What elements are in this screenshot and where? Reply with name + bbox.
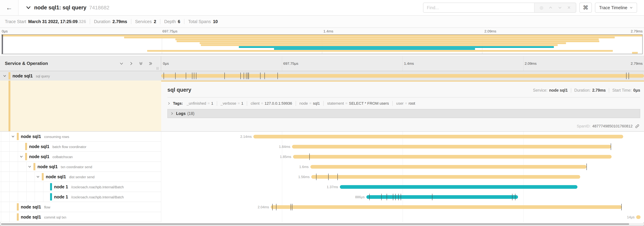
chevron-down-icon[interactable] (3, 74, 6, 78)
jaeger-trace-view: ← node sql1: sql query7418682 ◎ ✕ ⌘ (0, 0, 644, 226)
tree-guide-line (10, 172, 10, 181)
timeline-ruler: 0μs697.75μs1.4ms2.09ms2.79ms (161, 56, 644, 71)
span-bar[interactable] (340, 185, 578, 189)
span-name-cell[interactable]: node sql1txn coordinator send (0, 162, 161, 172)
minimap-span[interactable] (239, 46, 554, 48)
minimap-span[interactable] (2, 35, 642, 37)
span-row[interactable]: node sql1dist sender send1.56ms (0, 172, 644, 182)
log-tick (626, 73, 626, 79)
span-row[interactable]: node sql1flow2.04ms (0, 202, 644, 212)
operation-name: consuming rows (44, 135, 69, 139)
tags-accordion[interactable]: Tags: _unfinished=1_verbose=1client=127.… (168, 101, 640, 106)
span-bar[interactable] (253, 135, 623, 138)
shortcuts-button[interactable]: ⌘ (579, 3, 592, 13)
chevron-down-icon[interactable] (558, 6, 562, 10)
service-name: node 1 (54, 184, 68, 189)
span-color-accent (17, 133, 19, 140)
span-row[interactable]: node sql1txn coordinator send1.6ms (0, 162, 644, 172)
scrollbar-thumb[interactable] (1, 223, 629, 225)
span-bar[interactable] (161, 74, 644, 78)
expand-all-icon[interactable] (148, 61, 153, 66)
span-name: node 1/cockroach.roachpb.Internal/Batch (54, 194, 124, 199)
operation-name: batch flow coordinator (52, 145, 86, 149)
span-row[interactable]: node sql1commit sql txn14μs (0, 212, 644, 222)
span-bar[interactable] (636, 215, 640, 219)
back-button[interactable]: ← (0, 0, 18, 15)
minimap-span[interactable] (176, 39, 599, 40)
log-tick (276, 204, 276, 210)
span-bar[interactable] (293, 155, 612, 159)
span-timeline-cell[interactable]: 2.04ms (161, 202, 644, 212)
log-tick (369, 194, 370, 200)
log-tick (401, 194, 401, 200)
chevron-down-icon[interactable] (11, 135, 15, 138)
minimap-span[interactable] (200, 42, 566, 44)
minimap-span[interactable] (147, 50, 613, 52)
tree-guide-line (26, 182, 26, 192)
minimap-left-handle[interactable] (2, 35, 3, 54)
find-nav: ◎ ✕ (534, 3, 576, 12)
span-name-cell[interactable]: node sql1flow (0, 202, 161, 212)
clear-search-icon[interactable]: ✕ (567, 5, 571, 10)
chevron-down-icon[interactable] (28, 165, 32, 168)
span-timeline-cell[interactable]: 14μs (161, 212, 644, 222)
span-row[interactable]: node sql1consuming rows2.14ms (0, 132, 644, 142)
detail-meta-label: Service: (533, 88, 547, 93)
minimap-axis-label: 2.79ms (631, 29, 642, 33)
summary-value: 10 (213, 19, 218, 24)
find-input[interactable] (424, 3, 534, 12)
minimap-canvas[interactable] (2, 34, 642, 54)
log-tick (316, 174, 316, 180)
collapse-trace-chevron-icon[interactable] (26, 5, 31, 10)
service-operation-header: Service & Operation (0, 56, 161, 71)
collapse-all-icon[interactable] (139, 61, 143, 66)
span-row[interactable]: node sql1sql query (0, 71, 644, 81)
minimap-span[interactable] (201, 44, 558, 46)
span-row[interactable]: node 1/cockroach.roachpb.Internal/Batch1… (0, 182, 644, 192)
span-bar[interactable] (366, 195, 518, 199)
span-timeline-cell[interactable] (161, 71, 644, 81)
duration-label: 1.37ms (327, 185, 338, 189)
span-timeline-cell[interactable]: 886μs (161, 192, 644, 202)
expand-one-icon[interactable] (129, 61, 134, 66)
service-name: node sql1 (38, 164, 58, 169)
link-icon[interactable] (635, 124, 640, 128)
span-timeline-cell[interactable]: 1.6ms (161, 162, 644, 172)
span-name-cell[interactable]: node 1/cockroach.roachpb.Internal/Batch (0, 182, 161, 192)
span-timeline-cell[interactable]: 2.14ms (161, 132, 644, 142)
span-bar[interactable] (292, 145, 611, 149)
span-row[interactable]: node sql1batch flow coordinator1.84ms (0, 142, 644, 152)
span-color-accent (8, 72, 10, 80)
span-timeline-cell[interactable]: 1.37ms (161, 182, 644, 192)
span-name-cell[interactable]: node sql1batch flow coordinator (0, 142, 161, 152)
minimap-span[interactable] (124, 37, 615, 38)
span-name-cell[interactable]: node sql1commit sql txn (0, 212, 161, 222)
minimap-span[interactable] (176, 41, 599, 42)
span-bar[interactable] (311, 175, 580, 179)
span-name-cell[interactable]: node sql1sql query (0, 71, 161, 81)
span-name-cell[interactable]: node sql1colbatchscan (0, 152, 161, 162)
span-row[interactable]: node sql1colbatchscan1.85ms (0, 152, 644, 162)
span-name-cell[interactable]: node 1/cockroach.roachpb.Internal/Batch (0, 192, 161, 202)
span-bar[interactable] (271, 205, 622, 209)
focus-match-icon[interactable]: ◎ (540, 5, 543, 10)
span-row[interactable]: node 1/cockroach.roachpb.Internal/Batch8… (0, 192, 644, 202)
span-timeline-cell[interactable]: 1.56ms (161, 172, 644, 182)
span-name-cell[interactable]: node sql1dist sender send (0, 172, 161, 182)
collapse-one-icon[interactable] (119, 61, 124, 66)
chevron-down-icon[interactable] (20, 155, 23, 158)
span-timeline-cell[interactable]: 1.84ms (161, 142, 644, 152)
span-bar[interactable] (310, 165, 587, 169)
horizontal-scrollbar[interactable] (0, 223, 644, 225)
span-name-cell[interactable]: node sql1consuming rows (0, 132, 161, 142)
view-dropdown[interactable]: Trace Timeline (595, 3, 637, 13)
column-resizer-grip[interactable] (157, 67, 158, 70)
minimap-span[interactable] (632, 52, 638, 54)
logs-accordion[interactable]: Logs (18) (168, 109, 640, 118)
minimap-span[interactable] (274, 48, 475, 50)
chevron-down-icon[interactable] (36, 175, 40, 179)
minimap-axis-label: 1.4ms (324, 29, 333, 33)
chevron-up-icon[interactable] (548, 6, 553, 10)
span-timeline-cell[interactable]: 1.85ms (161, 152, 644, 162)
tag-item: user=root (396, 101, 415, 106)
